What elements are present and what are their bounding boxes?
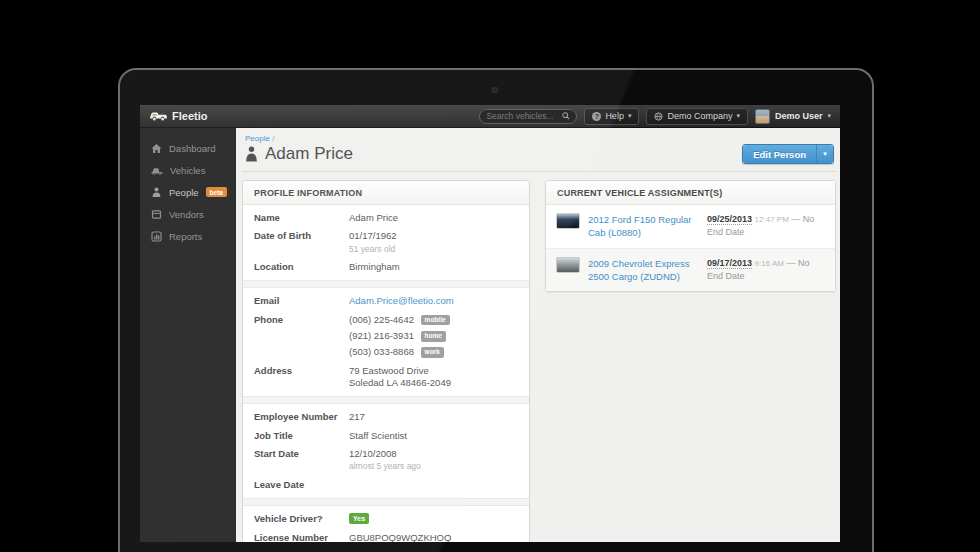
profile-group-employment: Employee Number 217 Job Title Staff Scie… <box>243 404 529 498</box>
edit-person-button[interactable]: Edit Person <box>743 145 816 163</box>
vehicle-link[interactable]: 2009 Chevrolet Express 2500 Cargo (ZUDND… <box>588 257 699 284</box>
field-label: Location <box>254 261 349 273</box>
assignment-start-time: 9:16 AM <box>755 259 784 268</box>
assignment-start-date[interactable]: 09/25/2013 <box>707 214 752 225</box>
company-label: Demo Company <box>667 111 732 121</box>
sidebar-item-dashboard[interactable]: Dashboard <box>140 137 236 159</box>
body-row: Dashboard Vehicles People beta <box>140 128 840 542</box>
dob-value: 01/17/1962 <box>349 230 397 241</box>
fleetio-logo[interactable]: Fleetio <box>149 110 207 122</box>
chevron-down-icon: ▾ <box>827 112 831 120</box>
beta-badge: beta <box>206 187 227 197</box>
field-value: Yes <box>349 513 369 525</box>
sidebar-item-vendors[interactable]: Vendors <box>140 203 236 225</box>
field-value: (006) 225-4642 mobile (921) 216-3931 hom… <box>349 314 450 359</box>
user-menu[interactable]: Demo User ▾ <box>755 109 831 124</box>
email-link[interactable]: Adam.Price@fleetio.com <box>349 295 454 307</box>
profile-row-license-number: License Number GBU8POQ9WQZKHOQ <box>243 529 529 543</box>
laptop-frame: Fleetio ? Help <box>118 68 874 552</box>
app-screen: Fleetio ? Help <box>140 105 840 542</box>
field-value: 217 <box>349 411 365 423</box>
vehicle-search <box>479 109 577 124</box>
profile-row-dob: Date of Birth 01/17/1962 51 years old <box>243 227 529 258</box>
assignments-panel-header: CURRENT VEHICLE ASSIGNMENT(S) <box>546 181 835 205</box>
field-label: Date of Birth <box>254 230 349 255</box>
profile-row-email: Email Adam.Price@fleetio.com <box>243 292 529 310</box>
field-label: License Number <box>254 532 349 543</box>
profile-row-job-title: Job Title Staff Scientist <box>243 427 529 445</box>
vehicle-thumbnail[interactable] <box>556 257 580 273</box>
sidebar-item-vehicles[interactable]: Vehicles <box>140 159 236 181</box>
search-icon[interactable] <box>562 112 570 120</box>
page-title: Adam Price <box>245 144 353 164</box>
sidebar-item-label: Dashboard <box>169 143 215 154</box>
webcam-dot <box>492 87 498 93</box>
vendor-icon <box>151 209 162 220</box>
profile-row-vehicle-driver: Vehicle Driver? Yes <box>243 510 529 528</box>
profile-row-phone: Phone (006) 225-4642 mobile (921) 216-39… <box>243 311 529 362</box>
assignment-start-date[interactable]: 09/17/2013 <box>707 258 752 269</box>
phone-entry: (006) 225-4642 mobile <box>349 314 450 326</box>
profile-group-contact: Email Adam.Price@fleetio.com Phone (006)… <box>243 288 529 396</box>
assignment-row: 2012 Ford F150 Regular Cab (L0880) 09/25… <box>546 205 835 248</box>
help-icon: ? <box>592 112 601 121</box>
profile-group-license: Vehicle Driver? Yes License Number GBU8P… <box>243 506 529 542</box>
start-date-value: 12/10/2008 <box>349 448 397 459</box>
title-row: Adam Price Edit Person ▾ <box>242 143 836 164</box>
truck-logo-icon <box>149 110 168 122</box>
start-date-note: almost 5 years ago <box>349 461 421 471</box>
phone-entry: (921) 216-3931 home <box>349 330 450 342</box>
section-divider <box>243 396 529 404</box>
field-label: Start Date <box>254 448 349 473</box>
sidebar-item-people[interactable]: People beta <box>140 181 236 203</box>
person-icon <box>151 187 162 198</box>
sidebar-item-label: Reports <box>169 231 202 242</box>
profile-group-basic: Name Adam Price Date of Birth 01/17/1962… <box>243 205 529 280</box>
home-icon <box>151 143 162 154</box>
profile-row-location: Location Birmingham <box>243 258 529 276</box>
vehicle-driver-badge: Yes <box>349 513 369 524</box>
breadcrumb: People / <box>242 134 836 143</box>
address-line-1: 79 Eastwood Drive <box>349 365 429 376</box>
top-navbar: Fleetio ? Help <box>140 105 840 128</box>
vehicle-thumbnail[interactable] <box>556 213 580 229</box>
help-menu-button[interactable]: ? Help ▾ <box>584 108 639 125</box>
breadcrumb-people-link[interactable]: People <box>245 134 270 143</box>
assignment-row: 2009 Chevrolet Express 2500 Cargo (ZUDND… <box>546 248 835 292</box>
profile-row-address: Address 79 Eastwood Drive Soledad LA 484… <box>243 362 529 393</box>
sidebar-item-reports[interactable]: Reports <box>140 225 236 247</box>
profile-row-name: Name Adam Price <box>243 209 529 227</box>
edit-person-dropdown-toggle[interactable]: ▾ <box>816 145 833 163</box>
field-value: 01/17/1962 51 years old <box>349 230 397 255</box>
field-label: Job Title <box>254 430 349 442</box>
assignment-start-time: 12:47 PM <box>755 215 789 224</box>
assignment-date: 09/25/2013 12:47 PM — No End Date <box>707 213 825 239</box>
field-value: Staff Scientist <box>349 430 407 442</box>
search-input[interactable] <box>486 111 562 121</box>
company-menu-button[interactable]: Demo Company ▾ <box>646 108 748 125</box>
assignment-date: 09/17/2013 9:16 AM — No End Date <box>707 257 825 283</box>
field-label: Employee Number <box>254 411 349 423</box>
section-divider <box>243 498 529 506</box>
field-value: GBU8POQ9WQZKHOQ <box>349 532 451 543</box>
phone-type-badge: mobile <box>421 315 450 325</box>
phone-number: (503) 033-8868 <box>349 346 414 357</box>
profile-information-panel: PROFILE INFORMATION Name Adam Price Date… <box>242 180 530 542</box>
user-name-label: Demo User <box>775 111 823 121</box>
field-value: Adam Price <box>349 212 398 224</box>
black-backdrop: Fleetio ? Help <box>0 0 980 552</box>
field-value: 12/10/2008 almost 5 years ago <box>349 448 421 473</box>
breadcrumb-separator: / <box>272 134 274 143</box>
profile-panel-header: PROFILE INFORMATION <box>243 181 529 205</box>
profile-row-start-date: Start Date 12/10/2008 almost 5 years ago <box>243 445 529 476</box>
chevron-down-icon: ▾ <box>628 112 632 120</box>
address-line-2: Soledad LA 48466-2049 <box>349 377 451 388</box>
truck-icon <box>151 165 163 176</box>
help-label: Help <box>605 111 624 121</box>
main-content: People / Adam Price Edit Person <box>236 128 840 542</box>
field-label: Name <box>254 212 349 224</box>
section-divider <box>243 280 529 288</box>
field-label: Email <box>254 295 349 307</box>
field-value: Birmingham <box>349 261 400 273</box>
vehicle-link[interactable]: 2012 Ford F150 Regular Cab (L0880) <box>588 213 699 240</box>
